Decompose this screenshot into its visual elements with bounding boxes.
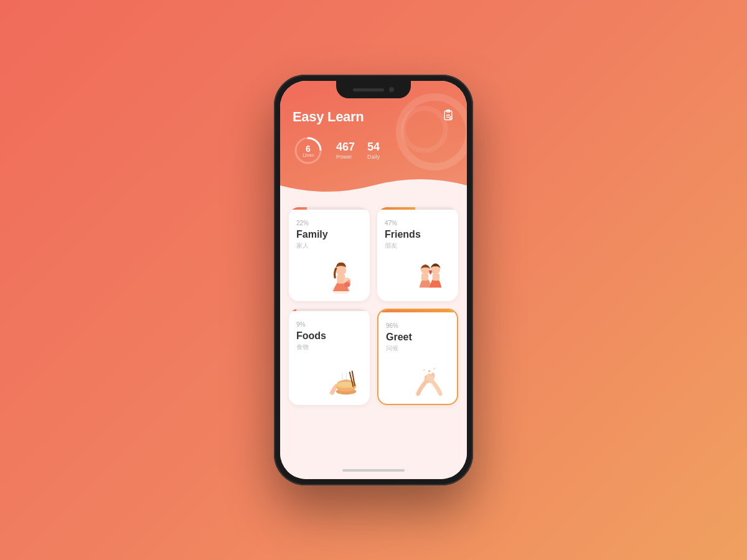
progress-bar-family — [289, 207, 307, 210]
svg-rect-13 — [433, 274, 439, 281]
card-family[interactable]: 22% Family 家人 — [289, 207, 370, 301]
home-bar — [342, 469, 405, 472]
illustration-greet — [386, 353, 449, 396]
progress-bar-friends — [377, 207, 415, 210]
daily-label: Daily — [367, 154, 380, 160]
percent-family: 22% — [296, 220, 362, 226]
svg-point-24 — [428, 370, 430, 372]
clipboard-icon[interactable] — [442, 109, 454, 124]
title-family: Family — [296, 229, 362, 240]
progress-bg-foods — [289, 309, 370, 311]
subtitle-family: 家人 — [296, 241, 362, 250]
percent-greet: 96% — [386, 322, 449, 329]
svg-rect-11 — [421, 274, 428, 281]
title-greet: Greet — [386, 332, 449, 343]
home-indicator-area — [280, 464, 467, 479]
subtitle-friends: 朋友 — [385, 241, 451, 250]
illustration-family — [296, 250, 362, 294]
app-title: Easy Learn — [293, 109, 364, 125]
progress-bar-foods — [289, 309, 296, 311]
app-header: Easy Learn — [280, 81, 467, 197]
daily-stat: 54 Daily — [367, 141, 380, 160]
timer-circle: 6 12min — [293, 135, 324, 166]
svg-point-2 — [449, 116, 453, 119]
illustration-friends — [385, 250, 451, 294]
subtitle-greet: 问候 — [386, 344, 449, 353]
daily-value: 54 — [367, 141, 380, 152]
svg-rect-0 — [447, 110, 450, 112]
timer-label: 12min — [302, 153, 314, 157]
card-foods[interactable]: 9% Foods 食物 — [289, 309, 370, 405]
camera — [389, 87, 394, 92]
phone-frame: Easy Learn — [274, 75, 473, 485]
svg-point-26 — [423, 370, 425, 371]
power-value: 467 — [336, 141, 355, 152]
illustration-foods — [296, 354, 362, 398]
svg-rect-1 — [444, 111, 452, 119]
percent-friends: 47% — [385, 220, 451, 226]
phone-screen: Easy Learn — [280, 81, 467, 479]
speaker — [353, 88, 384, 91]
title-foods: Foods — [296, 330, 362, 342]
power-stat: 467 Power — [336, 141, 355, 160]
progress-bar-greet — [378, 310, 454, 312]
cards-grid: 22% Family 家人 — [280, 197, 467, 464]
timer-value: 6 — [302, 144, 314, 153]
card-greet[interactable]: 96% Greet 问候 — [377, 309, 458, 405]
svg-point-9 — [344, 282, 350, 287]
phone-notch — [336, 81, 411, 98]
stats-row: 6 12min 467 Power 54 Daily — [293, 135, 454, 166]
svg-point-25 — [433, 368, 435, 369]
percent-foods: 9% — [296, 321, 362, 328]
svg-point-7 — [336, 266, 346, 276]
card-friends[interactable]: 47% Friends 朋友 — [377, 207, 458, 301]
power-label: Power — [336, 154, 352, 160]
subtitle-foods: 食物 — [296, 343, 362, 352]
title-friends: Friends — [385, 229, 451, 240]
